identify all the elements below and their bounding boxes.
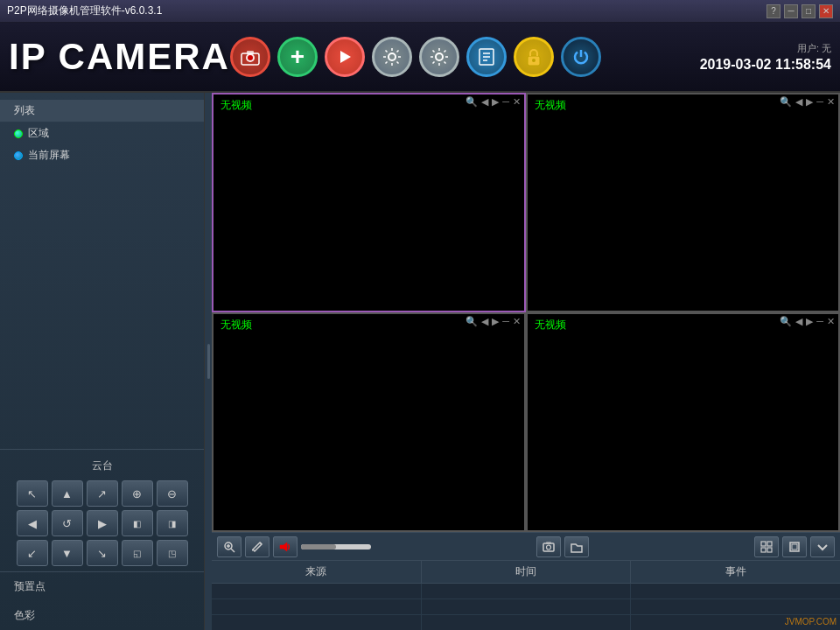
event-cell-1-2 xyxy=(422,584,632,598)
main: 列表 区域 当前屏幕 云台 ↖ ▲ ↗ ⊕ ⊖ ◀ xyxy=(0,93,840,630)
event-col-time: 时间 xyxy=(422,561,632,583)
sidebar-item-region[interactable]: 区域 xyxy=(0,122,204,144)
vc-prev-1[interactable]: ◀ xyxy=(481,96,488,108)
ptz-left-button[interactable]: ◀ xyxy=(17,510,48,536)
ptz-iris-close-button[interactable]: ◱ xyxy=(122,540,153,566)
logo-area: IP CAMERA xyxy=(9,38,230,75)
ptz-up-button[interactable]: ▲ xyxy=(52,480,83,507)
video-cell-1[interactable]: 无视频 🔍 ◀ ▶ ─ ✕ xyxy=(212,93,526,312)
event-rows xyxy=(212,584,840,630)
settings-button[interactable] xyxy=(419,37,459,77)
vc-prev-4[interactable]: ◀ xyxy=(795,316,802,327)
ptz-right-button[interactable]: ▶ xyxy=(87,510,118,536)
ptz-downleft-button[interactable]: ↙ xyxy=(17,540,48,566)
expand-button[interactable] xyxy=(810,536,835,557)
video-label-1: 无视频 xyxy=(220,98,252,113)
ptz-row-bot: ↙ ▼ ↘ ◱ ◳ xyxy=(17,540,188,566)
datetime: 2019-03-02 11:58:54 xyxy=(700,57,831,73)
resize-handle[interactable] xyxy=(205,93,212,630)
config-button[interactable] xyxy=(372,37,412,77)
video-controls-2: 🔍 ◀ ▶ ─ ✕ xyxy=(780,96,835,108)
minimize-button[interactable]: ─ xyxy=(784,4,798,18)
event-cell-3-2 xyxy=(422,615,632,630)
lock-button[interactable] xyxy=(514,37,554,77)
layout-fullscreen-button[interactable] xyxy=(782,536,807,557)
svg-rect-24 xyxy=(767,548,772,552)
vc-prev-3[interactable]: ◀ xyxy=(481,316,488,327)
ptz-iris-open-button[interactable]: ◳ xyxy=(157,540,188,566)
vc-next-2[interactable]: ▶ xyxy=(806,96,813,108)
video-cell-3[interactable]: 无视频 🔍 ◀ ▶ ─ ✕ xyxy=(212,312,526,532)
ptz-zoom-out-button[interactable]: ⊖ xyxy=(157,480,188,507)
event-col-source: 来源 xyxy=(212,561,422,583)
titlebar-title: P2P网络摄像机管理软件-v6.0.3.1 xyxy=(7,4,162,18)
ptz-upleft-button[interactable]: ↖ xyxy=(17,480,48,507)
video-cell-2[interactable]: 无视频 🔍 ◀ ▶ ─ ✕ xyxy=(526,93,840,312)
power-button[interactable] xyxy=(561,37,601,77)
ptz-focus-far-button[interactable]: ◨ xyxy=(157,510,188,536)
vc-min-3[interactable]: ─ xyxy=(502,316,509,327)
layout-buttons xyxy=(754,536,835,557)
vc-search-3[interactable]: 🔍 xyxy=(466,316,478,327)
ptz-row-top: ↖ ▲ ↗ ⊕ ⊖ xyxy=(17,480,188,507)
svg-point-19 xyxy=(547,545,551,550)
ptz-down-button[interactable]: ▼ xyxy=(52,540,83,566)
pencil-button[interactable] xyxy=(245,536,270,557)
svg-rect-26 xyxy=(792,544,797,550)
event-cell-3-1 xyxy=(212,615,422,630)
vc-min-1[interactable]: ─ xyxy=(502,96,509,108)
vc-search-4[interactable]: 🔍 xyxy=(780,316,792,327)
ptz-row-mid: ◀ ↺ ▶ ◧ ◨ xyxy=(17,510,188,536)
event-cell-2-2 xyxy=(422,599,632,614)
volume-slider[interactable] xyxy=(301,544,371,550)
sidebar-top: 列表 区域 当前屏幕 xyxy=(0,93,204,449)
video-label-3: 无视频 xyxy=(220,318,252,332)
ptz-upright-button[interactable]: ↗ xyxy=(87,480,118,507)
ptz-zoom-in-button[interactable]: ⊕ xyxy=(122,480,153,507)
svg-marker-17 xyxy=(280,542,287,551)
ptz-rotate-left-button[interactable]: ↺ xyxy=(52,510,83,536)
vc-min-4[interactable]: ─ xyxy=(816,316,823,327)
event-row-2 xyxy=(212,599,840,615)
titlebar: P2P网络摄像机管理软件-v6.0.3.1 ? ─ □ ✕ xyxy=(0,0,840,23)
vc-close-2[interactable]: ✕ xyxy=(827,96,835,108)
sidebar-item-current-screen[interactable]: 当前屏幕 xyxy=(0,144,204,166)
video-controls-4: 🔍 ◀ ▶ ─ ✕ xyxy=(780,316,835,327)
svg-rect-22 xyxy=(767,542,772,546)
add-button[interactable]: + xyxy=(277,37,318,77)
presets-section: 预置点 xyxy=(0,571,204,601)
video-grid: 无视频 🔍 ◀ ▶ ─ ✕ 无视频 🔍 ◀ ▶ ─ ✕ xyxy=(212,93,840,532)
svg-point-6 xyxy=(436,53,443,60)
help-button[interactable]: ? xyxy=(766,4,780,18)
vc-search-1[interactable]: 🔍 xyxy=(466,96,478,108)
datetime-area: 用户: 无 2019-03-02 11:58:54 xyxy=(700,42,831,73)
layout-grid-button[interactable] xyxy=(754,536,779,557)
vc-next-1[interactable]: ▶ xyxy=(492,96,499,108)
maximize-button[interactable]: □ xyxy=(802,4,816,18)
current-screen-dot xyxy=(14,151,23,160)
snapshot-button[interactable] xyxy=(536,536,561,557)
camera-button[interactable] xyxy=(230,37,270,77)
region-label: 区域 xyxy=(28,126,49,141)
video-cell-4[interactable]: 无视频 🔍 ◀ ▶ ─ ✕ xyxy=(526,312,840,532)
ptz-focus-near-button[interactable]: ◧ xyxy=(122,510,153,536)
vc-close-1[interactable]: ✕ xyxy=(513,96,521,108)
vc-min-2[interactable]: ─ xyxy=(816,96,823,108)
vc-next-4[interactable]: ▶ xyxy=(806,316,813,327)
folder-button[interactable] xyxy=(564,536,589,557)
ptz-title: 云台 xyxy=(0,455,204,480)
event-row-1 xyxy=(212,584,840,599)
ptz-downright-button[interactable]: ↘ xyxy=(87,540,118,566)
toolbar: + xyxy=(230,37,700,77)
close-button[interactable]: ✕ xyxy=(819,4,833,18)
device-button[interactable] xyxy=(466,37,507,77)
vc-close-3[interactable]: ✕ xyxy=(513,316,521,327)
zoom-button[interactable] xyxy=(217,536,242,557)
volume-button[interactable] xyxy=(273,536,298,557)
vc-search-2[interactable]: 🔍 xyxy=(780,96,792,108)
event-cell-1-3 xyxy=(631,584,840,598)
vc-close-4[interactable]: ✕ xyxy=(827,316,835,327)
vc-next-3[interactable]: ▶ xyxy=(492,316,499,327)
play-button[interactable] xyxy=(325,37,365,77)
vc-prev-2[interactable]: ◀ xyxy=(795,96,802,108)
